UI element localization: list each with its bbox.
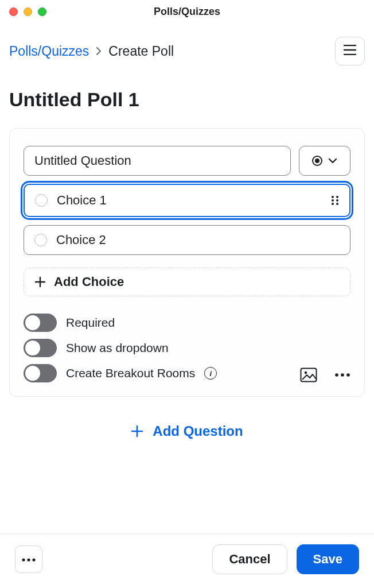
hamburger-menu-button[interactable] (335, 37, 365, 65)
single-choice-icon (312, 156, 322, 166)
svg-rect-6 (301, 369, 317, 382)
chevron-down-icon (328, 158, 337, 164)
radio-empty-icon (34, 234, 47, 246)
choice-label: Choice 2 (56, 233, 106, 247)
question-type-selector[interactable] (299, 146, 350, 176)
question-card: Choice 1 Choice 2 Add Choice (9, 128, 365, 397)
svg-point-13 (32, 558, 35, 561)
dropdown-toggle[interactable] (24, 339, 57, 357)
breadcrumb-row: Polls/Quizzes Create Poll (0, 23, 374, 65)
breakout-label: Create Breakout Rooms (66, 366, 195, 380)
svg-point-5 (336, 203, 338, 205)
image-icon[interactable] (300, 368, 317, 382)
breadcrumb-separator-icon (96, 44, 102, 59)
question-options-row: Required Show as dropdown Create Breakou… (24, 314, 350, 382)
breadcrumb: Polls/Quizzes Create Poll (9, 44, 174, 59)
more-horizontal-icon (21, 554, 36, 564)
poll-editor-window: Polls/Quizzes Polls/Quizzes Create Poll … (0, 0, 374, 588)
svg-point-10 (346, 373, 350, 377)
svg-point-3 (336, 199, 338, 202)
add-choice-button[interactable]: Add Choice (24, 268, 350, 296)
question-row (24, 146, 350, 176)
breakout-toggle[interactable] (24, 364, 57, 382)
drag-handle-icon[interactable] (331, 195, 339, 206)
titlebar: Polls/Quizzes (0, 0, 374, 23)
breadcrumb-root[interactable]: Polls/Quizzes (9, 44, 89, 59)
breadcrumb-current: Create Poll (108, 44, 174, 59)
required-toggle-row: Required (24, 314, 280, 332)
cancel-button[interactable]: Cancel (212, 544, 287, 574)
svg-point-0 (332, 196, 334, 198)
window-title: Polls/Quizzes (0, 6, 374, 18)
card-actions (289, 368, 350, 382)
footer-more-button[interactable] (15, 546, 42, 573)
svg-point-1 (336, 196, 338, 198)
add-question-button[interactable]: Add Question (0, 423, 374, 439)
required-label: Required (66, 316, 115, 330)
svg-point-12 (27, 558, 30, 561)
svg-point-2 (332, 199, 334, 202)
choice-row[interactable]: Choice 1 (24, 184, 350, 217)
toggle-list: Required Show as dropdown Create Breakou… (24, 314, 280, 382)
radio-empty-icon (35, 194, 48, 207)
required-toggle[interactable] (24, 314, 57, 332)
page-title: Untitled Poll 1 (0, 65, 374, 128)
footer-actions: Cancel Save (212, 544, 359, 574)
svg-point-8 (335, 373, 338, 377)
add-choice-label: Add Choice (54, 274, 124, 289)
svg-point-9 (341, 373, 344, 377)
more-horizontal-icon[interactable] (334, 373, 350, 377)
svg-point-11 (22, 558, 25, 561)
breakout-toggle-row: Create Breakout Rooms i (24, 364, 280, 382)
choice-row[interactable]: Choice 2 (24, 225, 350, 255)
add-question-label: Add Question (153, 423, 243, 439)
choice-label: Choice 1 (57, 193, 107, 208)
svg-point-7 (305, 372, 307, 374)
question-title-input[interactable] (24, 146, 291, 176)
plus-icon (131, 425, 143, 438)
save-button[interactable]: Save (297, 544, 359, 574)
hamburger-icon (344, 45, 356, 57)
info-icon[interactable]: i (204, 367, 217, 380)
footer: Cancel Save (0, 533, 374, 588)
plus-icon (34, 276, 46, 288)
dropdown-toggle-row: Show as dropdown (24, 339, 280, 357)
svg-point-4 (332, 203, 334, 205)
dropdown-label: Show as dropdown (66, 341, 169, 355)
